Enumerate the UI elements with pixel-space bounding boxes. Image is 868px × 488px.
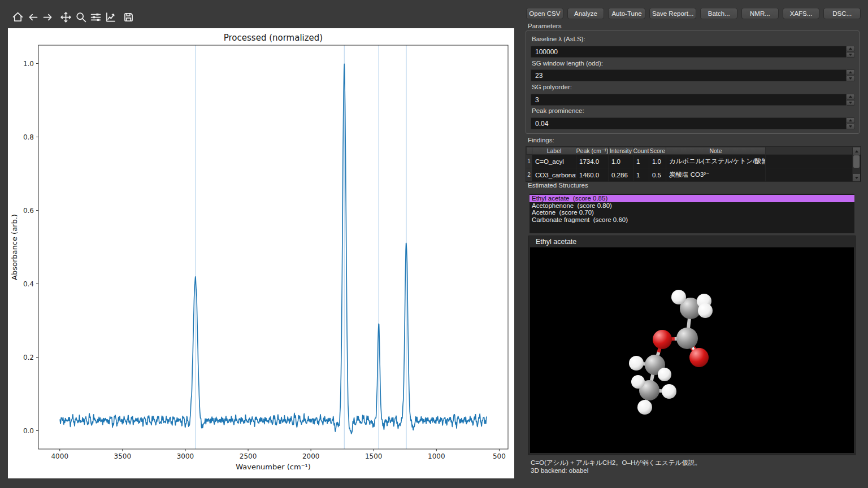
action-button-open-csv[interactable]: Open CSV [526,8,563,19]
spectrum-line [60,64,487,434]
atom-o [653,330,672,349]
atom-o [689,348,709,367]
plot-toolbar [8,7,155,27]
column-header-note[interactable]: Note [666,147,766,155]
table-cell: 1 [633,168,649,181]
findings-row[interactable]: 2CO3_carbonate1460.00.28610.5炭酸塩 CO3²⁻ [526,168,861,182]
column-header-intensity[interactable]: Intensity [609,147,633,155]
plot-canvas[interactable]: 40003500300025002000150010005000.00.20.4… [8,28,514,478]
estimated-structures-label: Estimated Structures [528,182,588,189]
row-filler [766,168,861,181]
structure-item[interactable]: Ethyl acetate (score 0.85) [530,195,854,202]
table-cell: 炭酸塩 CO3²⁻ [666,168,766,181]
column-header-score[interactable]: Score [649,147,666,155]
pan-button[interactable] [58,10,73,24]
scrollbar-thumb[interactable] [853,155,860,168]
parameters-groupbox: Baseline λ (AsLS): SG window length (odd… [526,30,860,134]
structure-item[interactable]: Acetophenone (score 0.80) [530,202,854,210]
row-number: 1 [526,155,532,168]
action-button-batch[interactable]: Batch... [700,8,737,19]
up-arrow-icon [849,95,852,98]
molecule-title: Ethyl acetate [536,238,576,246]
atom-c [676,328,698,349]
subplots-button[interactable] [88,10,103,24]
subplots-icon [90,11,102,23]
column-header-count[interactable]: Count [633,147,649,155]
zoom-icon [75,11,87,23]
action-button-dsc[interactable]: DSC... [823,8,861,19]
zoom-button[interactable] [73,10,88,24]
peak-prominence-up-button[interactable] [846,117,855,123]
action-button-row: Open CSVAnalyzeAuto-TuneSave Report...Ba… [526,8,861,19]
forward-icon [42,11,54,23]
row-filler [766,155,861,168]
table-cell: 1.0 [649,155,666,168]
findings-row[interactable]: 1C=O_acyl1734.01.011.0カルボニル(エステル/ケトン/酸無水… [526,155,861,168]
spectrum-chart[interactable]: 40003500300025002000150010005000.00.20.4… [8,28,514,478]
findings-scrollbar[interactable] [852,147,860,181]
column-header-label[interactable]: Label [532,147,576,155]
analysis-caption: C=O(アシル) + アルキルCH2。O–Hが弱くエステル仮説。 3D back… [531,459,701,474]
action-button-auto-tune[interactable]: Auto-Tune [608,8,645,19]
baseline-lambda-up-button[interactable] [846,46,855,51]
action-button-save-report[interactable]: Save Report... [649,8,697,19]
home-button[interactable] [10,10,25,24]
sg-polyorder-down-button[interactable] [846,100,855,106]
caption-backend: 3D backend: obabel [531,467,701,474]
table-cell: カルボニル(エステル/ケトン/酸無水物) [666,155,766,168]
molecule-panel: Ethyl acetate [528,236,856,455]
sg-window-input[interactable] [531,69,846,81]
x-tick-label: 4000 [51,452,68,460]
chart-title: Processed (normalized) [224,33,323,43]
y-tick-label: 0.0 [23,427,34,435]
baseline-lambda-field [531,46,855,58]
y-tick-label: 0.4 [23,280,34,288]
table-cell: 1734.0 [576,155,609,168]
control-panel: Open CSVAnalyzeAuto-TuneSave Report...Ba… [524,0,868,488]
table-cell: 1 [633,155,649,168]
axes-box [38,45,508,449]
sg-polyorder-up-button[interactable] [846,94,855,99]
peak-prominence-input[interactable] [531,117,846,129]
table-cell: 1.0 [609,155,633,168]
atom-h [671,290,686,304]
save-icon [123,11,134,23]
peak-prominence-down-button[interactable] [846,124,855,129]
sg-polyorder-field [531,94,855,106]
plot-pane: 40003500300025002000150010005000.00.20.4… [0,0,524,488]
structure-item[interactable]: Carbonate fragment (score 0.60) [530,216,854,224]
param-label-baseline: Baseline λ (AsLS): [532,36,585,42]
sg-window-field [531,69,855,81]
down-arrow-icon [849,77,852,80]
scroll-down-button[interactable] [853,174,860,181]
back-button[interactable] [25,10,40,24]
up-arrow-icon [849,71,852,73]
molecule-3d-viewport[interactable] [530,247,854,453]
save-button[interactable] [121,10,136,24]
customize-button[interactable] [103,10,118,24]
baseline-lambda-input[interactable] [531,46,846,58]
action-button-analyze[interactable]: Analyze [567,8,605,19]
x-tick-label: 3500 [114,452,132,460]
baseline-lambda-down-button[interactable] [846,52,855,58]
action-button-xafs[interactable]: XAFS... [783,8,820,19]
row-number: 2 [526,168,532,181]
sg-window-up-button[interactable] [846,69,855,75]
up-arrow-icon [849,47,852,50]
action-button-nmr[interactable]: NMR... [741,8,779,19]
x-tick-label: 3000 [177,452,194,460]
header-filler [766,147,861,155]
structure-item[interactable]: Acetone (score 0.70) [530,209,854,216]
scroll-up-button[interactable] [853,147,860,155]
table-cell: 0.286 [609,168,633,181]
back-icon [27,11,39,23]
forward-button[interactable] [40,10,55,24]
app-window: 40003500300025002000150010005000.00.20.4… [0,0,868,488]
x-tick-label: 500 [493,452,506,460]
column-header-peak-cm[interactable]: Peak (cm⁻¹) [576,147,609,155]
up-arrow-icon [855,150,858,152]
x-tick-label: 2000 [302,452,320,460]
sg-window-down-button[interactable] [846,76,855,81]
sg-polyorder-input[interactable] [531,94,846,106]
down-arrow-icon [849,102,852,104]
